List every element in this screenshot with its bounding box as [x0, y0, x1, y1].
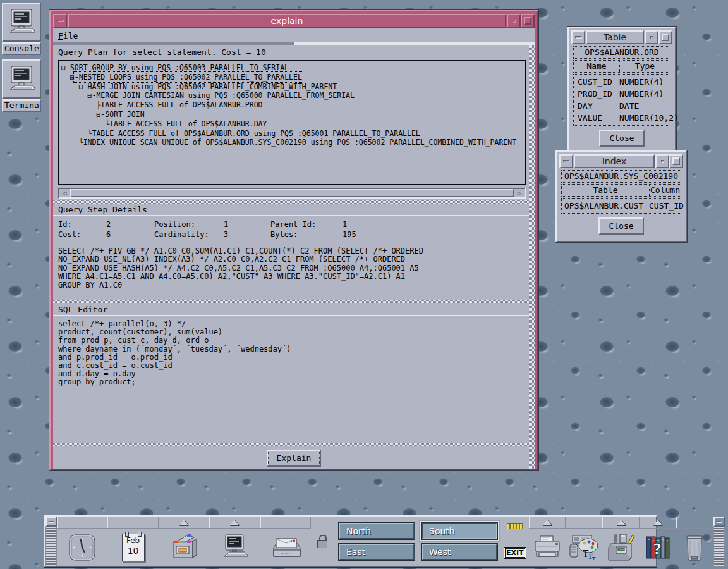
plan-tree-node[interactable]: ⊟-NESTED LOOPS using PQS :Q65002 PARALLE…: [61, 73, 525, 82]
panel-handle-left[interactable]: [46, 517, 57, 566]
panel-right-block: T T T: [529, 517, 713, 566]
index-close-button[interactable]: Close: [598, 217, 643, 235]
up-arrow-icon: [653, 520, 662, 525]
workspace-button[interactable]: West: [422, 544, 497, 560]
expand-box-icon[interactable]: └: [79, 138, 83, 147]
plan-tree-node[interactable]: └TABLE ACCESS FULL of OPS$ALANBUR.DAY: [61, 119, 525, 129]
table-close-button[interactable]: Close: [599, 130, 644, 147]
field-label: Id:: [58, 220, 85, 229]
maximize-button[interactable]: [658, 30, 672, 44]
plan-tree-node[interactable]: ├TABLE ACCESS FULL of OPS$ALANBUR.PROD: [61, 101, 525, 110]
app-manager-button[interactable]: [602, 529, 639, 566]
index-client-area: OPS$ALANBUR.SYS_C002190 Table Column OPS…: [559, 169, 683, 238]
clock-button[interactable]: [57, 529, 107, 566]
window-menu-button[interactable]: [571, 30, 585, 44]
expand-box-icon[interactable]: ⊟: [79, 82, 83, 91]
subpanel-cell: [676, 517, 713, 528]
query-plan-tree[interactable]: ⊟ SORT GROUP BY using PQS :Q65003 PARALL…: [58, 60, 526, 185]
plan-tree-node[interactable]: ⊟-SORT JOIN: [61, 110, 525, 119]
plan-tree-node[interactable]: └TABLE ACCESS FULL of OPS$ALANBUR.ORD us…: [61, 129, 525, 138]
sql-editor-section: SQL Editor select /*+ parallel(o, 3) */ …: [53, 303, 535, 443]
panel-grip-icon[interactable]: [46, 527, 57, 566]
subpanel-cell: [260, 517, 311, 528]
calendar-day: 10: [123, 546, 144, 556]
printer-button[interactable]: [529, 529, 566, 566]
field-value: 6: [106, 230, 133, 240]
plan-tree-node[interactable]: ⊟ SORT GROUP BY using PQS :Q65003 PARALL…: [61, 63, 525, 73]
workspace-switch-area: North South East West EXIT: [311, 517, 529, 566]
subpanel-arrow-help[interactable]: [640, 517, 676, 528]
desktop-icon-terminal[interactable]: Terminal: [2, 59, 41, 112]
plan-tree-node[interactable]: ⊟-HASH JOIN using PQS :Q65002 PARALLEL_C…: [61, 82, 525, 92]
subpanel-arrow-files[interactable]: [159, 517, 209, 528]
table-row: DAYDATE: [574, 100, 670, 112]
minimize-button[interactable]: [645, 30, 658, 44]
window-menu-button[interactable]: [559, 154, 573, 168]
desktop-icon-console[interactable]: Console: [2, 3, 41, 55]
front-panel: Feb 10: [44, 515, 657, 567]
expand-box-icon[interactable]: ⊟: [61, 63, 70, 72]
mail-button[interactable]: [260, 529, 311, 566]
trash-button[interactable]: [676, 529, 713, 566]
exit-button[interactable]: EXIT: [504, 547, 526, 559]
scroll-right-icon[interactable]: ▷: [514, 189, 525, 197]
workspace-button[interactable]: East: [339, 544, 415, 560]
sql-editor-input[interactable]: select /*+ parallel(o, 3) */ product, co…: [53, 316, 535, 443]
plan-tree-node[interactable]: ⊟-MERGE JOIN CARTESIAN using PQS :Q65000…: [61, 91, 525, 101]
desktop: { "desktop": { "icons": [ {"label": "Con…: [0, 0, 728, 569]
scroll-left-icon[interactable]: ◁: [59, 189, 70, 197]
maximize-button[interactable]: [669, 154, 683, 168]
console-icon[interactable]: [2, 3, 41, 42]
subpanel-arrow-printers[interactable]: [529, 517, 566, 528]
query-step-details-section: Query Step Details Id:2Position:1Parent …: [53, 204, 535, 300]
column-header: Name: [574, 61, 619, 72]
field-label: Cost:: [58, 230, 85, 240]
horizontal-scrollbar[interactable]: ◁ ▷: [58, 188, 526, 199]
plan-tree-node[interactable]: └INDEX UNIQUE SCAN UNIQUE of OPS$ALANBUR…: [61, 138, 525, 147]
workspace-button[interactable]: North: [339, 523, 415, 539]
printer-icon: [531, 534, 563, 561]
table-titlebar[interactable]: Table: [571, 30, 672, 44]
explain-client-area: File Query Plan for select statement. Co…: [53, 28, 535, 469]
panel-menu-button[interactable]: [713, 517, 725, 527]
panel-minimize-button[interactable]: [46, 517, 57, 527]
panel-handle-right[interactable]: [713, 517, 725, 566]
field-value: 3: [224, 230, 249, 240]
subpanel-strip: [529, 517, 713, 529]
subpanel-arrow-hosts[interactable]: [209, 517, 260, 528]
index-titlebar[interactable]: Index: [559, 154, 683, 168]
help-button[interactable]: ?: [640, 529, 676, 566]
field-value: 2: [106, 220, 133, 229]
terminal-panel-button[interactable]: [209, 529, 260, 566]
calendar-button[interactable]: Feb 10: [107, 529, 158, 566]
lock-icon[interactable]: [317, 535, 327, 548]
mail-icon: [270, 534, 301, 561]
maximize-button[interactable]: [521, 14, 535, 28]
explain-titlebar[interactable]: explain: [53, 14, 535, 28]
index-rows: OPS$ALANBUR.CUSTCUST_ID: [561, 198, 681, 214]
table-client-area: OPS$ALANBUR.ORD Name Type CUST_IDNUMBER(…: [571, 45, 672, 150]
help-icon: ?: [642, 533, 674, 562]
field-label: Cardinality:: [154, 230, 202, 240]
scrollbar-thumb[interactable]: [70, 189, 514, 197]
sql-editor-title: SQL Editor: [53, 303, 535, 316]
style-manager-button[interactable]: T T T: [566, 529, 602, 566]
field-value: 1: [343, 220, 445, 229]
terminal-icon[interactable]: [2, 59, 41, 99]
minimize-button[interactable]: [655, 154, 669, 168]
workspace-button[interactable]: South: [422, 523, 497, 539]
scrollbar-trough[interactable]: [70, 189, 514, 197]
window-menu-button[interactable]: [53, 14, 67, 28]
console-label: Console: [2, 42, 41, 55]
panel-grip-icon[interactable]: [713, 527, 725, 566]
query-plan-header: Query Plan for select statement. Cost = …: [53, 45, 535, 60]
expand-box-icon[interactable]: ⊟: [70, 73, 75, 82]
window-menu-icon: [575, 36, 582, 39]
file-menu[interactable]: File: [58, 31, 78, 40]
subpanel-arrow-apps[interactable]: [602, 517, 639, 528]
explain-button[interactable]: Explain: [267, 450, 322, 467]
minimize-icon: [513, 20, 516, 23]
table-row: PROD_IDNUMBER(4): [574, 88, 670, 100]
file-manager-button[interactable]: [159, 529, 209, 566]
minimize-button[interactable]: [507, 14, 521, 28]
